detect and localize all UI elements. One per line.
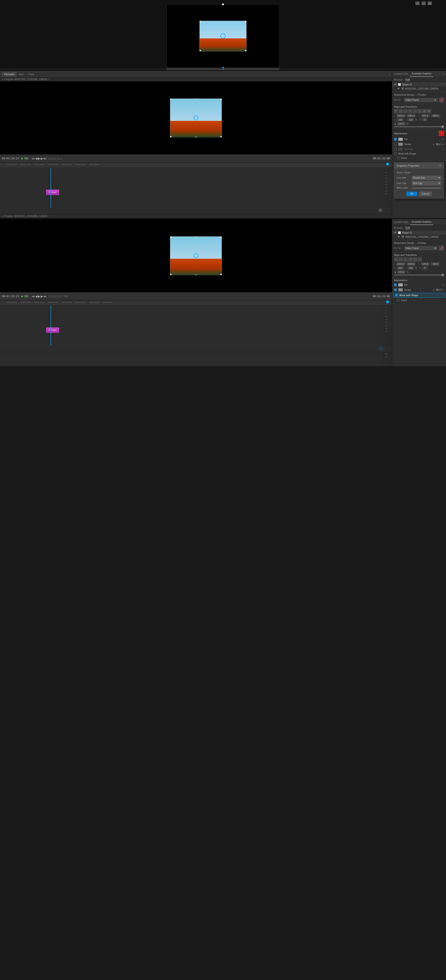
transport-controls-1[interactable]: ⏮ ◀ ▶ ▶ ⏭ — [32, 157, 47, 160]
rtab-sound-1[interactable] — [433, 73, 437, 75]
layer2-row-video[interactable]: 👁 🎬 A002C001_2105108A_CANON — [392, 235, 446, 239]
tab-ann[interactable]: Ann — [17, 72, 26, 76]
eye-icon-video[interactable]: 👁 — [397, 87, 400, 90]
stroke-pencil-1[interactable]: ✏ — [442, 143, 444, 146]
t2-next[interactable]: ⏭ — [44, 294, 47, 298]
dialog-cancel-btn[interactable]: Cancel — [419, 192, 432, 196]
pos2-y[interactable]: 1080,0 — [406, 262, 416, 266]
align2-btn-6[interactable]: ↕ — [417, 257, 422, 262]
pin-to-select-2[interactable]: Video Frame ▼ — [404, 246, 438, 250]
fill-pencil-2[interactable]: ✏ — [442, 283, 444, 286]
pos-y-1[interactable]: 1080,0 — [406, 114, 416, 117]
timeline-clip-1[interactable]: R Graph — [46, 190, 59, 195]
layer-row-video[interactable]: 👁 🎬 A002C001_2105108A_CANON — [392, 86, 446, 91]
scale-pct-x[interactable]: 100 — [397, 118, 404, 121]
opacity-val[interactable]: 100,0 — [397, 122, 405, 126]
scale-pct-y[interactable]: 100 — [407, 118, 414, 121]
fit-btn-2[interactable]: Fit — [24, 295, 29, 298]
edit-tab-1[interactable]: Edit — [405, 78, 410, 81]
browse-tab-1[interactable]: Browse — [394, 78, 403, 81]
next-frame-btn[interactable]: ⏭ — [44, 157, 47, 160]
shadow-pencil-1[interactable]: ✏ — [442, 148, 444, 151]
rtab-lumetri-1[interactable]: Lumetri Color — [392, 71, 410, 76]
fill-swatch-1[interactable] — [398, 138, 403, 141]
prog-x-b1[interactable]: × — [48, 215, 50, 218]
pin-icon-2[interactable]: 📌 — [439, 245, 444, 251]
t2-back[interactable]: ◀ — [35, 294, 37, 298]
fit-btn[interactable]: Fit — [24, 157, 29, 160]
dialog-close-btn[interactable]: ✕ — [439, 164, 441, 167]
layer-row-shape[interactable]: 👁 ⬜ Shape 01 — [392, 82, 446, 86]
rtab2-sound[interactable] — [433, 221, 437, 224]
fill-swatch-2[interactable] — [398, 283, 403, 286]
tab-arrow[interactable]: › — [389, 72, 390, 76]
rtab-eg-1[interactable]: Essential Graphics — [410, 71, 433, 77]
opacity-slider-2[interactable] — [394, 275, 444, 275]
miter-limit-input[interactable] — [412, 187, 441, 189]
program-x-btn[interactable]: × — [48, 78, 50, 81]
stroke-plus-1[interactable]: + — [433, 142, 435, 146]
align-btn-8[interactable]: ⊠ — [427, 109, 431, 113]
step-fwd-btn[interactable]: ▶ — [41, 157, 43, 160]
align-btn-7[interactable]: ⊞ — [422, 109, 427, 113]
add-track-btn[interactable]: + — [378, 208, 383, 212]
stroke-plus-2[interactable]: + — [433, 288, 435, 292]
align-btn-4[interactable]: ⊤ — [408, 109, 412, 113]
playhead-2[interactable] — [51, 305, 51, 346]
stroke-checkbox-2[interactable]: ✓ — [394, 288, 397, 291]
opacity2-val[interactable]: 100,0 — [397, 270, 405, 274]
invert-checkbox-1[interactable] — [397, 156, 400, 159]
scale2-y[interactable]: 409,5 — [431, 262, 440, 266]
appearance-icon-btn-1[interactable]: ⊙ — [439, 131, 444, 136]
stroke-swatch-1[interactable] — [398, 143, 403, 146]
shadow-checkbox-1[interactable] — [394, 148, 397, 151]
align2-btn-3[interactable]: ⊥ — [403, 257, 408, 262]
rtab2-arrow[interactable]: › — [442, 221, 446, 224]
prev-frame-btn[interactable]: ⏮ — [32, 157, 35, 160]
browse-tab-2[interactable]: Browse — [394, 226, 403, 229]
tab-pancake[interactable]: Pancake — [2, 72, 17, 76]
dialog-ok-btn[interactable]: OK — [406, 192, 417, 196]
fill-checkbox-1[interactable]: ✓ — [394, 138, 397, 141]
scale-x-1[interactable]: 670,5 — [421, 114, 430, 117]
align-btn-5[interactable]: ↔ — [413, 109, 417, 113]
scale-y-1[interactable]: 409,5 — [431, 114, 440, 117]
align2-btn-2[interactable]: ⊣ — [399, 257, 403, 262]
timeline-ruler-2[interactable]: 00:01:05:00 00:01:10:00 00:01:15:00 00:0… — [0, 301, 392, 305]
timeline-clip-2[interactable]: R Graph — [46, 328, 59, 333]
pos2-x[interactable]: 1920,0 — [396, 262, 405, 266]
playhead-1[interactable] — [51, 168, 51, 208]
scale2-pct2[interactable]: 100 — [407, 267, 414, 270]
stroke-checkbox-1[interactable] — [394, 143, 397, 146]
timeline-scroll-circle-2[interactable]: ○ — [379, 347, 383, 350]
align2-btn-1[interactable]: ⊢ — [394, 257, 398, 262]
rtab2-lumetri[interactable]: Lumetri Color — [392, 220, 410, 225]
eye-icon-shape[interactable]: 👁 — [394, 83, 397, 86]
fill-checkbox-2[interactable]: ✓ — [394, 283, 397, 286]
maximize-btn[interactable]: □ — [422, 2, 426, 5]
pin-icon-1[interactable]: 📌 — [439, 97, 444, 102]
pin-to-select-1[interactable]: Video Frame ▼ — [404, 98, 438, 102]
stroke-swatch-2[interactable] — [398, 288, 403, 291]
extra-transport-btns[interactable]: ◻ ◻ ◻ ◻ ◻ — [49, 157, 62, 160]
eye2-shape[interactable]: 👁 — [394, 231, 397, 234]
step-back-btn[interactable]: ◀ — [35, 157, 37, 160]
transport-controls-2[interactable]: ⏮ ◀ ▶ ▶ ⏭ — [32, 294, 47, 298]
t2-fwd[interactable]: ▶ — [41, 294, 43, 298]
tab-kleur[interactable]: Kleur — [26, 72, 37, 76]
align2-btn-5[interactable]: ↔ — [413, 257, 417, 262]
opacity-slider-1[interactable] — [394, 126, 444, 127]
rotation-val[interactable]: 0 — [422, 118, 428, 121]
rtab2-eg[interactable]: Essential Graphics — [410, 219, 433, 225]
eye2-video[interactable]: 👁 — [397, 235, 400, 238]
align-btn-6[interactable]: ↕ — [417, 109, 422, 113]
scale2-pct[interactable]: 160 — [397, 267, 404, 270]
align2-btn-4[interactable]: ⊤ — [408, 257, 412, 262]
rtab-arrow-1[interactable]: › — [437, 72, 441, 76]
stroke-pencil-2[interactable]: ✏ — [442, 288, 444, 291]
line-join-select[interactable]: Round Join ▼ — [412, 176, 441, 180]
scale2-x[interactable]: 670,5 — [421, 262, 430, 266]
timeline-ruler-1[interactable]: 00:01:05:00 00:01:10:00 00:01:15:00 00:0… — [0, 162, 392, 168]
fill-pencil-1[interactable]: ✏ — [442, 138, 444, 141]
t2-prev[interactable]: ⏮ — [32, 294, 35, 298]
